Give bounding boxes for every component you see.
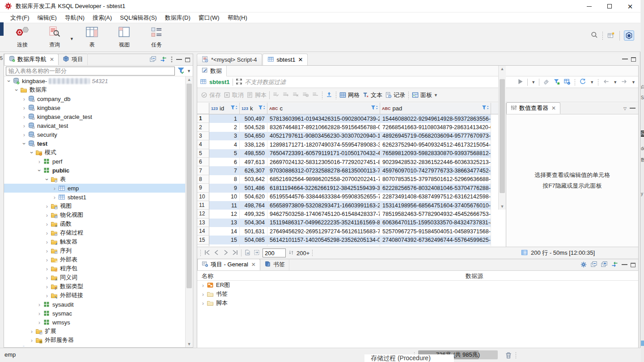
column-datasource[interactable]: 数据源 xyxy=(466,272,483,280)
refresh-icon[interactable] xyxy=(579,78,586,86)
cell-c[interactable]: 68521692564-98986202558-20700202241-7545… xyxy=(267,175,380,184)
tab-sql-script[interactable]: *<mysql> Script-4 xyxy=(197,54,262,65)
cell-id[interactable]: 6 xyxy=(209,158,240,166)
cell-k[interactable]: 497,613 xyxy=(240,158,267,166)
cell-c[interactable]: 27649456292-26951297274-56126115683-7649… xyxy=(267,227,380,236)
cell-c[interactable]: 97030886312-07232588278-68135000113-7492… xyxy=(267,166,380,175)
cell-k[interactable]: 338,126 xyxy=(240,140,267,149)
collapse-icon[interactable]: › xyxy=(29,149,35,156)
cell-id[interactable]: 16 xyxy=(209,244,240,246)
project-item-ER图[interactable]: ›ER图 xyxy=(197,281,638,290)
cell-id[interactable]: 14 xyxy=(209,227,240,236)
cell-pad[interactable]: 15446088022-92949614928-59372863556-3557… xyxy=(380,114,491,123)
cell-k[interactable]: 498,764 xyxy=(240,201,267,210)
panel-dropdown-icon[interactable]: ▼ xyxy=(434,93,438,97)
cell-c[interactable]: 15119486317-04996222235-35241161569-8335… xyxy=(267,219,380,227)
collapse-all-icon[interactable] xyxy=(590,261,597,269)
column-name[interactable]: 名称 xyxy=(202,272,213,280)
tab-bookmarks[interactable]: 书签 xyxy=(260,259,289,270)
cell-id[interactable]: 4 xyxy=(209,140,240,149)
duplicate-row-icon[interactable] xyxy=(302,91,309,99)
database-perspective-icon[interactable] xyxy=(624,30,634,41)
menu-item[interactable]: 搜索(A) xyxy=(89,13,116,23)
expand-icon[interactable]: › xyxy=(44,212,50,219)
expand-icon[interactable]: › xyxy=(44,265,50,272)
forward-icon[interactable] xyxy=(621,78,628,86)
back-dropdown-icon[interactable]: ▼ xyxy=(613,80,617,84)
scroll-down-icon[interactable]: ▼ xyxy=(186,341,193,347)
cell-c[interactable]: 12898171271-18207490374-55954789083-3219… xyxy=(267,140,380,149)
grid-settings-icon[interactable] xyxy=(564,78,571,86)
close-button[interactable]: ✕ xyxy=(620,0,640,13)
column-filter-sort-icon[interactable] xyxy=(258,105,266,112)
cell-pad[interactable]: 80707853515-37978501612-52969636688-5213… xyxy=(380,175,491,184)
collapse-all-icon[interactable] xyxy=(149,56,157,64)
expand-icon[interactable]: › xyxy=(21,105,27,111)
row-number[interactable]: 11 xyxy=(197,201,209,210)
tree-item-sbtest1[interactable]: ›sbtest1 xyxy=(4,193,186,202)
column-filter-sort-icon[interactable] xyxy=(230,105,238,112)
expand-icon[interactable]: › xyxy=(44,230,50,236)
cell-pad[interactable]: 60636470115-15950333570-84324737831-4710… xyxy=(380,219,491,227)
tree-item-外部服务器[interactable]: ›外部服务器 xyxy=(4,336,186,345)
toolbar-button-connect[interactable]: 连接 xyxy=(10,26,35,49)
tree-item-kingbase_oracle_test[interactable]: ›kingbase_oracle_test xyxy=(4,112,186,121)
filter-hint[interactable]: 不支持数据过滤 xyxy=(245,78,515,86)
cell-c[interactable]: 83267464817-89210662828-59156456788-0305… xyxy=(267,123,380,131)
cell-id[interactable]: 10 xyxy=(209,193,240,201)
maximize-panel-icon[interactable] xyxy=(185,58,190,62)
tree-item-扩展[interactable]: ›扩展 xyxy=(4,327,186,336)
expand-icon[interactable]: › xyxy=(44,221,50,227)
open-perspective-icon[interactable] xyxy=(607,31,615,40)
cell-pad[interactable]: 48926945719-05682036094-95777670973-9740… xyxy=(380,132,491,140)
prev-page-icon[interactable] xyxy=(213,249,220,257)
tree-item-sysmac[interactable]: ›sysmac xyxy=(4,309,186,318)
link-editor-icon[interactable] xyxy=(160,56,167,64)
cell-pad[interactable]: 73136514365-57398403361-99153941714-3533… xyxy=(380,244,491,246)
row-number[interactable]: 5 xyxy=(197,149,209,158)
cell-c[interactable]: 57813603961-01943426315-09028004739-2002… xyxy=(267,114,380,123)
tree-item-模式[interactable]: ›模式 xyxy=(4,148,186,157)
column-header-c[interactable]: ABCc xyxy=(267,103,380,114)
tree-item-数据库[interactable]: ›数据库 xyxy=(4,85,186,94)
execute-dropdown-icon[interactable]: ▼ xyxy=(531,80,535,84)
tree-item-company_db[interactable]: ›company_db xyxy=(4,94,186,103)
expand-icon[interactable]: › xyxy=(36,310,42,317)
tree-item-sysaudit[interactable]: ›sysaudit xyxy=(4,300,186,309)
cell-pad[interactable]: 27408074392-67362496744-55764599625-3396… xyxy=(380,236,491,244)
cell-id[interactable]: 5 xyxy=(209,149,240,158)
expand-icon[interactable]: › xyxy=(51,185,58,192)
record-view-button[interactable]: 记录 xyxy=(385,91,405,99)
expand-icon[interactable]: › xyxy=(200,291,206,298)
expand-icon[interactable]: › xyxy=(44,274,50,281)
tree-item-视图[interactable]: ›视图 xyxy=(4,202,186,210)
row-number[interactable]: 10 xyxy=(197,193,209,201)
tree-item[interactable]: › xyxy=(4,345,186,346)
tree-item-外部链接[interactable]: ›外部链接 xyxy=(4,291,186,300)
row-number[interactable]: 12 xyxy=(197,210,209,218)
cell-pad[interactable]: 45976097010-74279776733-38663477452-3685… xyxy=(380,166,491,175)
fetch-size-input[interactable] xyxy=(263,248,286,257)
tree-item-存储过程[interactable]: ›存储过程 xyxy=(4,228,186,237)
close-tab-icon[interactable]: ✕ xyxy=(551,105,556,111)
cell-id[interactable]: 2 xyxy=(209,123,240,131)
minimize-panel-icon[interactable] xyxy=(176,59,182,60)
expand-icon[interactable]: › xyxy=(36,158,42,165)
expand-icon[interactable]: › xyxy=(44,203,50,210)
scroll-thumb[interactable] xyxy=(186,84,192,288)
cell-c[interactable]: 61811194664-32262661912-38425159439-3891… xyxy=(267,184,380,192)
menu-item[interactable]: 数据库(D) xyxy=(161,13,195,23)
column-filter-sort-icon[interactable] xyxy=(371,105,378,112)
first-page-icon[interactable] xyxy=(203,249,211,257)
cell-k[interactable]: 504,650 xyxy=(240,132,267,140)
cell-id[interactable]: 9 xyxy=(209,184,240,192)
execute-icon[interactable] xyxy=(517,78,524,86)
collapse-icon[interactable]: › xyxy=(6,78,13,84)
row-number[interactable]: 3 xyxy=(197,132,209,140)
cell-id[interactable]: 1 xyxy=(209,114,240,123)
toolbar-button-view[interactable]: 视图 xyxy=(112,26,137,49)
menu-item[interactable]: 窗口(W) xyxy=(195,13,224,23)
tab-value-viewer[interactable]: 数值查看器 ✕ xyxy=(506,102,560,114)
tree-item-wmsys[interactable]: ›wmsys xyxy=(4,318,186,327)
expand-icon[interactable]: › xyxy=(13,346,20,347)
